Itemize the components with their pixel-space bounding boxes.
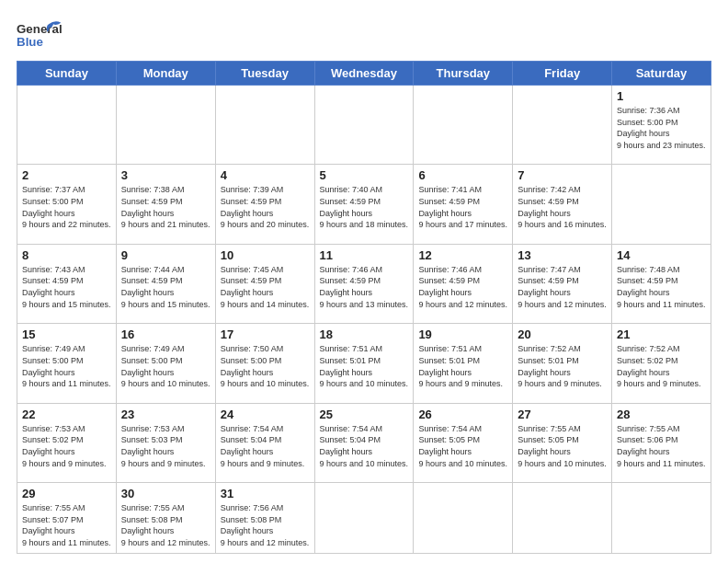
cell-info: Sunrise: 7:38 AMSunset: 4:59 PMDaylight …: [121, 185, 210, 229]
logo-icon: General Blue: [17, 17, 63, 53]
calendar-cell-24: 24Sunrise: 7:54 AMSunset: 5:04 PMDayligh…: [215, 403, 314, 482]
calendar-week-4: 22Sunrise: 7:53 AMSunset: 5:02 PMDayligh…: [17, 403, 711, 482]
day-header-wednesday: Wednesday: [314, 62, 414, 86]
empty-cell: [513, 86, 612, 165]
cell-info: Sunrise: 7:55 AMSunset: 5:05 PMDaylight …: [518, 424, 607, 468]
day-number: 22: [22, 408, 111, 421]
calendar-week-0: 1Sunrise: 7:36 AMSunset: 5:00 PMDaylight…: [17, 86, 711, 165]
calendar-week-5: 29Sunrise: 7:55 AMSunset: 5:07 PMDayligh…: [17, 483, 711, 554]
cell-info: Sunrise: 7:51 AMSunset: 5:01 PMDaylight …: [320, 344, 409, 388]
cell-info: Sunrise: 7:53 AMSunset: 5:03 PMDaylight …: [121, 424, 206, 468]
calendar-week-3: 15Sunrise: 7:49 AMSunset: 5:00 PMDayligh…: [17, 324, 711, 403]
cell-info: Sunrise: 7:44 AMSunset: 4:59 PMDaylight …: [121, 265, 210, 309]
day-number: 14: [617, 248, 706, 262]
day-header-friday: Friday: [513, 62, 612, 86]
cell-info: Sunrise: 7:56 AMSunset: 5:08 PMDaylight …: [221, 503, 310, 547]
day-number: 26: [418, 408, 507, 421]
calendar-cell-16: 16Sunrise: 7:49 AMSunset: 5:00 PMDayligh…: [116, 324, 215, 403]
calendar-header-row: SundayMondayTuesdayWednesdayThursdayFrid…: [17, 62, 711, 86]
cell-info: Sunrise: 7:55 AMSunset: 5:06 PMDaylight …: [617, 424, 706, 468]
calendar-cell-12: 12Sunrise: 7:46 AMSunset: 4:59 PMDayligh…: [414, 244, 513, 323]
day-number: 25: [320, 408, 409, 421]
calendar-cell-20: 20Sunrise: 7:52 AMSunset: 5:01 PMDayligh…: [513, 324, 612, 403]
cell-info: Sunrise: 7:54 AMSunset: 5:05 PMDaylight …: [418, 424, 507, 468]
header: General Blue: [17, 17, 711, 53]
svg-text:Blue: Blue: [17, 35, 43, 49]
cell-info: Sunrise: 7:54 AMSunset: 5:04 PMDaylight …: [320, 424, 409, 468]
day-header-monday: Monday: [116, 62, 215, 86]
calendar-week-1: 2Sunrise: 7:37 AMSunset: 5:00 PMDaylight…: [17, 165, 711, 244]
calendar-cell-9: 9Sunrise: 7:44 AMSunset: 4:59 PMDaylight…: [116, 244, 215, 323]
cell-info: Sunrise: 7:55 AMSunset: 5:07 PMDaylight …: [22, 503, 111, 547]
calendar-week-2: 8Sunrise: 7:43 AMSunset: 4:59 PMDaylight…: [17, 244, 711, 323]
cell-info: Sunrise: 7:50 AMSunset: 5:00 PMDaylight …: [221, 344, 310, 388]
cell-info: Sunrise: 7:41 AMSunset: 4:59 PMDaylight …: [418, 185, 507, 229]
cell-info: Sunrise: 7:45 AMSunset: 4:59 PMDaylight …: [221, 265, 310, 309]
cell-info: Sunrise: 7:42 AMSunset: 4:59 PMDaylight …: [518, 185, 607, 229]
calendar-cell-31: 31Sunrise: 7:56 AMSunset: 5:08 PMDayligh…: [215, 483, 314, 554]
day-number: 20: [518, 327, 607, 341]
calendar-cell-19: 19Sunrise: 7:51 AMSunset: 5:01 PMDayligh…: [414, 324, 513, 403]
calendar-cell-27: 27Sunrise: 7:55 AMSunset: 5:05 PMDayligh…: [513, 403, 612, 482]
day-number: 11: [320, 248, 409, 262]
day-number: 12: [418, 248, 507, 262]
cell-info: Sunrise: 7:37 AMSunset: 5:00 PMDaylight …: [22, 185, 111, 229]
cell-info: Sunrise: 7:39 AMSunset: 4:59 PMDaylight …: [221, 185, 310, 229]
day-number: 23: [121, 408, 210, 421]
cell-info: Sunrise: 7:49 AMSunset: 5:00 PMDaylight …: [22, 344, 111, 388]
day-number: 21: [617, 327, 706, 341]
calendar-cell-13: 13Sunrise: 7:47 AMSunset: 4:59 PMDayligh…: [513, 244, 612, 323]
day-number: 3: [121, 168, 210, 182]
day-header-tuesday: Tuesday: [215, 62, 314, 86]
calendar-table: SundayMondayTuesdayWednesdayThursdayFrid…: [17, 61, 711, 554]
calendar-cell-15: 15Sunrise: 7:49 AMSunset: 5:00 PMDayligh…: [17, 324, 117, 403]
cell-info: Sunrise: 7:55 AMSunset: 5:08 PMDaylight …: [121, 503, 210, 547]
day-number: 5: [320, 168, 409, 182]
cell-info: Sunrise: 7:46 AMSunset: 4:59 PMDaylight …: [320, 265, 409, 309]
day-number: 7: [518, 168, 607, 182]
day-number: 1: [617, 89, 706, 103]
calendar-cell-1: 1Sunrise: 7:36 AMSunset: 5:00 PMDaylight…: [612, 86, 711, 165]
day-number: 2: [22, 168, 111, 182]
cell-info: Sunrise: 7:40 AMSunset: 4:59 PMDaylight …: [320, 185, 409, 229]
empty-cell: [314, 483, 414, 554]
day-number: 28: [617, 408, 706, 421]
calendar-cell-29: 29Sunrise: 7:55 AMSunset: 5:07 PMDayligh…: [17, 483, 117, 554]
empty-cell: [414, 483, 513, 554]
empty-cell: [414, 86, 513, 165]
calendar-cell-28: 28Sunrise: 7:55 AMSunset: 5:06 PMDayligh…: [612, 403, 711, 482]
day-header-saturday: Saturday: [612, 62, 711, 86]
day-number: 8: [22, 248, 111, 262]
calendar-cell-18: 18Sunrise: 7:51 AMSunset: 5:01 PMDayligh…: [314, 324, 414, 403]
calendar-cell-17: 17Sunrise: 7:50 AMSunset: 5:00 PMDayligh…: [215, 324, 314, 403]
empty-cell: [513, 483, 612, 554]
calendar-cell-10: 10Sunrise: 7:45 AMSunset: 4:59 PMDayligh…: [215, 244, 314, 323]
empty-cell: [17, 86, 117, 165]
calendar-cell-5: 5Sunrise: 7:40 AMSunset: 4:59 PMDaylight…: [314, 165, 414, 244]
cell-info: Sunrise: 7:49 AMSunset: 5:00 PMDaylight …: [121, 344, 210, 388]
empty-cell: [215, 86, 314, 165]
empty-cell: [116, 86, 215, 165]
calendar-cell-25: 25Sunrise: 7:54 AMSunset: 5:04 PMDayligh…: [314, 403, 414, 482]
day-number: 31: [221, 487, 310, 500]
day-header-sunday: Sunday: [17, 62, 117, 86]
day-number: 4: [221, 168, 310, 182]
day-number: 16: [121, 327, 210, 341]
calendar-cell-6: 6Sunrise: 7:41 AMSunset: 4:59 PMDaylight…: [414, 165, 513, 244]
calendar-cell-22: 22Sunrise: 7:53 AMSunset: 5:02 PMDayligh…: [17, 403, 117, 482]
calendar-cell-21: 21Sunrise: 7:52 AMSunset: 5:02 PMDayligh…: [612, 324, 711, 403]
day-number: 17: [221, 327, 310, 341]
calendar-cell-8: 8Sunrise: 7:43 AMSunset: 4:59 PMDaylight…: [17, 244, 117, 323]
empty-cell: [314, 86, 414, 165]
calendar-cell-14: 14Sunrise: 7:48 AMSunset: 4:59 PMDayligh…: [612, 244, 711, 323]
day-number: 19: [418, 327, 507, 341]
calendar-cell-26: 26Sunrise: 7:54 AMSunset: 5:05 PMDayligh…: [414, 403, 513, 482]
cell-info: Sunrise: 7:36 AMSunset: 5:00 PMDaylight …: [617, 106, 706, 150]
day-number: 24: [221, 408, 310, 421]
day-number: 10: [221, 248, 310, 262]
calendar-cell-3: 3Sunrise: 7:38 AMSunset: 4:59 PMDaylight…: [116, 165, 215, 244]
calendar-cell-11: 11Sunrise: 7:46 AMSunset: 4:59 PMDayligh…: [314, 244, 414, 323]
day-number: 9: [121, 248, 210, 262]
calendar-cell-7: 7Sunrise: 7:42 AMSunset: 4:59 PMDaylight…: [513, 165, 612, 244]
day-number: 18: [320, 327, 409, 341]
